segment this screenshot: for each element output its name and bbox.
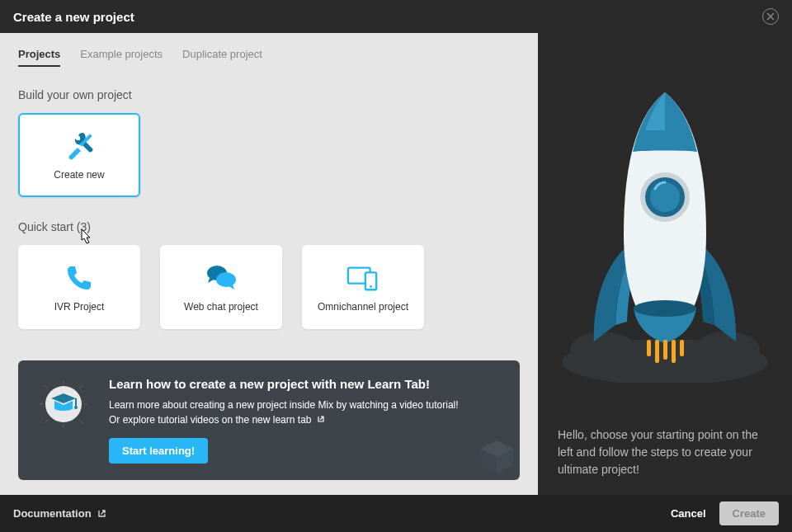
learn-line2: Or explore tutorial videos on the new le… <box>109 414 311 426</box>
left-panel: Projects Example projects Duplicate proj… <box>0 33 538 495</box>
rocket-illustration <box>558 49 772 418</box>
create-project-dialog: Create a new project Projects Example pr… <box>0 0 792 532</box>
dialog-header: Create a new project <box>0 0 792 33</box>
card-label: Omnichannel project <box>318 301 408 313</box>
svg-rect-20 <box>680 340 684 356</box>
graduate-icon <box>36 377 91 431</box>
svg-point-5 <box>370 285 372 288</box>
ivr-project-card[interactable]: IVR Project <box>18 245 140 329</box>
learn-title: Learn how to create a new project with n… <box>109 377 502 391</box>
close-button[interactable] <box>762 8 779 25</box>
tabs: Projects Example projects Duplicate proj… <box>18 48 520 67</box>
learn-icon-wrap <box>36 377 91 431</box>
dialog-body: Projects Example projects Duplicate proj… <box>0 33 792 495</box>
right-panel: Hello, choose your starting point on the… <box>538 33 792 495</box>
dialog-title: Create a new project <box>13 10 134 24</box>
svg-point-11 <box>694 332 760 368</box>
card-label: IVR Project <box>54 301 105 313</box>
svg-point-10 <box>570 332 636 368</box>
chat-icon <box>205 261 238 294</box>
svg-rect-19 <box>672 340 676 363</box>
web-chat-card[interactable]: Web chat project <box>160 245 282 329</box>
build-card-row: Create new <box>18 113 520 197</box>
learn-line1: Learn more about creating a new project … <box>109 399 459 411</box>
external-link-icon[interactable] <box>316 413 326 428</box>
create-button[interactable]: Create <box>719 501 779 525</box>
external-link-icon <box>97 508 107 519</box>
omnichannel-card[interactable]: Omnichannel project <box>302 245 424 329</box>
documentation-label: Documentation <box>13 507 92 520</box>
tab-duplicate-project[interactable]: Duplicate project <box>182 48 262 67</box>
svg-rect-18 <box>663 340 667 360</box>
build-section-label: Build your own project <box>18 88 520 101</box>
tools-icon <box>63 129 96 162</box>
footer-actions: Cancel Create <box>671 501 779 525</box>
quickstart-card-row: IVR Project Web chat project <box>18 245 520 329</box>
svg-point-14 <box>650 182 680 212</box>
documentation-link[interactable]: Documentation <box>13 507 107 520</box>
devices-icon <box>346 261 380 294</box>
cube-decoration-icon <box>472 432 520 480</box>
learn-content: Learn how to create a new project with n… <box>109 377 502 464</box>
start-learning-button[interactable]: Start learning! <box>109 438 208 464</box>
phone-icon <box>63 261 96 294</box>
create-new-card[interactable]: Create new <box>18 113 140 197</box>
learn-banner: Learn how to create a new project with n… <box>18 360 520 480</box>
quickstart-section-label: Quick start (3) <box>18 220 520 233</box>
svg-point-15 <box>634 300 696 317</box>
card-label: Create new <box>54 169 104 181</box>
svg-rect-17 <box>655 340 659 363</box>
right-panel-text: Hello, choose your starting point on the… <box>558 418 772 495</box>
tab-example-projects[interactable]: Example projects <box>80 48 163 67</box>
svg-point-2 <box>216 272 236 287</box>
card-label: Web chat project <box>184 301 258 313</box>
svg-point-8 <box>74 406 78 409</box>
tab-projects[interactable]: Projects <box>18 48 60 67</box>
learn-description: Learn more about creating a new project … <box>109 398 502 428</box>
svg-rect-16 <box>647 340 651 356</box>
dialog-footer: Documentation Cancel Create <box>0 495 792 532</box>
cancel-button[interactable]: Cancel <box>671 507 706 520</box>
close-icon <box>766 12 775 21</box>
